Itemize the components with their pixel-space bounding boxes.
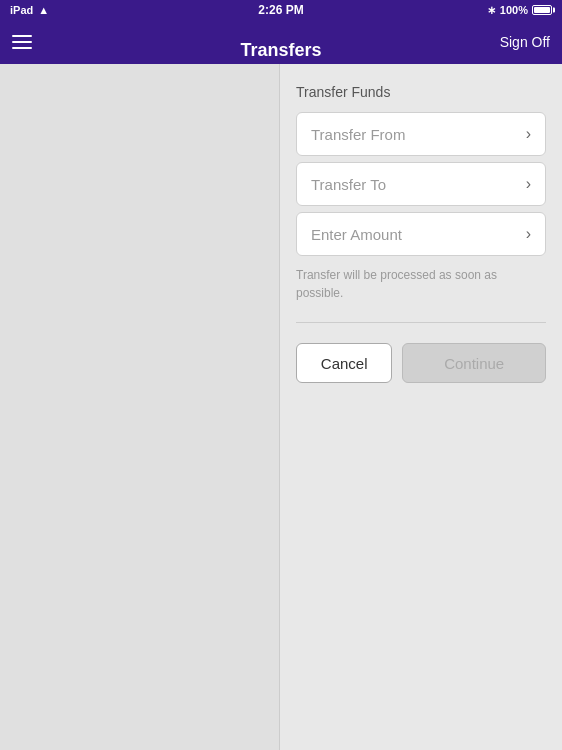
status-bar: iPad ▲ 2:26 PM ∗ 100%: [0, 0, 562, 20]
page-title: Transfers: [240, 40, 321, 61]
content-panel: Transfer Funds Transfer From › Transfer …: [280, 64, 562, 750]
battery-icon: [532, 5, 552, 15]
menu-button[interactable]: [12, 35, 32, 49]
enter-amount-field[interactable]: Enter Amount ›: [296, 212, 546, 256]
transfer-from-field[interactable]: Transfer From ›: [296, 112, 546, 156]
section-title: Transfer Funds: [296, 84, 546, 100]
sidebar-panel: [0, 64, 280, 750]
carrier-label: iPad: [10, 4, 33, 16]
wifi-icon: ▲: [38, 4, 49, 16]
divider: [296, 322, 546, 323]
status-right: ∗ 100%: [487, 4, 552, 17]
enter-amount-label: Enter Amount: [311, 226, 402, 243]
transfer-from-label: Transfer From: [311, 126, 405, 143]
transfer-to-group: Transfer To ›: [296, 162, 546, 206]
transfer-from-group: Transfer From ›: [296, 112, 546, 156]
status-time: 2:26 PM: [258, 3, 303, 17]
transfer-from-chevron: ›: [526, 125, 531, 143]
info-text: Transfer will be processed as soon as po…: [296, 266, 546, 302]
button-row: Cancel Continue: [296, 343, 546, 383]
status-left: iPad ▲: [10, 4, 49, 16]
battery-percent: 100%: [500, 4, 528, 16]
main-layout: Transfer Funds Transfer From › Transfer …: [0, 64, 562, 750]
transfer-to-label: Transfer To: [311, 176, 386, 193]
enter-amount-chevron: ›: [526, 225, 531, 243]
transfer-to-field[interactable]: Transfer To ›: [296, 162, 546, 206]
cancel-button[interactable]: Cancel: [296, 343, 392, 383]
continue-button[interactable]: Continue: [402, 343, 546, 383]
nav-bar: Transfers Sign Off: [0, 20, 562, 64]
bluetooth-icon: ∗: [487, 4, 496, 17]
enter-amount-group: Enter Amount ›: [296, 212, 546, 256]
sign-off-button[interactable]: Sign Off: [500, 34, 550, 50]
transfer-to-chevron: ›: [526, 175, 531, 193]
